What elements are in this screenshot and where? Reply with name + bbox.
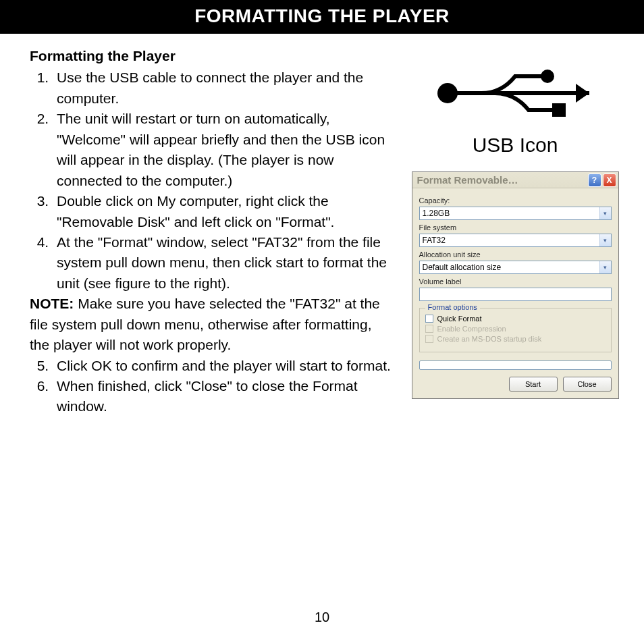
- note-label: NOTE:: [30, 296, 74, 311]
- volume-input[interactable]: [419, 288, 612, 301]
- checkbox-icon: [425, 325, 433, 333]
- svg-point-2: [437, 83, 458, 103]
- chevron-down-icon: ▾: [599, 261, 611, 273]
- quick-format-row[interactable]: Quick Format: [425, 315, 606, 323]
- chevron-down-icon: ▾: [599, 234, 611, 246]
- svg-point-3: [541, 70, 554, 83]
- checkbox-icon: [425, 315, 433, 323]
- instructions-column: Formatting the Player Use the USB cable …: [30, 46, 394, 417]
- note-text: Make sure you have selected the "FAT32" …: [30, 296, 380, 352]
- close-button[interactable]: X: [603, 173, 616, 187]
- checkbox-icon: [425, 335, 433, 343]
- msdos-label: Create an MS-DOS startup disk: [437, 335, 542, 343]
- filesystem-label: File system: [419, 223, 612, 232]
- capacity-label: Capacity:: [419, 196, 612, 205]
- dialog-body: Capacity: 1.28GB ▾ File system FAT32 ▾ A…: [412, 188, 618, 398]
- enable-compression-label: Enable Compression: [437, 325, 506, 333]
- step-2: The unit will restart or turn on automat…: [53, 109, 394, 191]
- section-subheading: Formatting the Player: [30, 46, 394, 66]
- figure-column: USB Icon Format Removable… ? X Capacity:…: [406, 46, 624, 417]
- filesystem-value: FAT32: [420, 236, 599, 245]
- format-dialog: Format Removable… ? X Capacity: 1.28GB ▾…: [412, 171, 619, 399]
- dialog-title: Format Removable…: [417, 174, 587, 186]
- note-paragraph: NOTE: Make sure you have selected the "F…: [30, 294, 394, 355]
- dialog-button-row: Start Close: [419, 377, 612, 392]
- alloc-value: Default allocation size: [420, 263, 599, 272]
- content-row: Formatting the Player Use the USB cable …: [0, 34, 644, 417]
- capacity-value: 1.28GB: [420, 209, 599, 218]
- alloc-label: Allocation unit size: [419, 250, 612, 259]
- volume-label: Volume label: [419, 277, 612, 286]
- alloc-dropdown[interactable]: Default allocation size ▾: [419, 261, 612, 274]
- usb-caption: USB Icon: [421, 134, 610, 157]
- step-list-cont: Click OK to confirm and the player will …: [34, 356, 394, 417]
- start-button[interactable]: Start: [509, 377, 558, 392]
- format-options-group: Format options Quick Format Enable Compr…: [419, 308, 612, 352]
- page-title-bar: FORMATTING THE PLAYER: [0, 0, 644, 34]
- progress-bar: [419, 360, 612, 370]
- svg-rect-4: [552, 103, 566, 117]
- chevron-down-icon: ▾: [599, 207, 611, 219]
- page-number: 10: [0, 610, 644, 625]
- usb-icon: [421, 46, 610, 127]
- step-4: At the "Format" window, select "FAT32" f…: [53, 232, 394, 294]
- step-6: When finished, click "Close" to close th…: [53, 376, 394, 417]
- step-1: Use the USB cable to connect the player …: [53, 68, 394, 109]
- svg-marker-1: [576, 84, 589, 103]
- msdos-row: Create an MS-DOS startup disk: [425, 335, 606, 343]
- step-3: Double click on My computer, right click…: [53, 191, 394, 232]
- step-5: Click OK to confirm and the player will …: [53, 356, 394, 376]
- usb-figure: USB Icon: [421, 46, 610, 171]
- enable-compression-row: Enable Compression: [425, 325, 606, 333]
- dialog-titlebar: Format Removable… ? X: [412, 172, 618, 188]
- filesystem-dropdown[interactable]: FAT32 ▾: [419, 234, 612, 247]
- format-options-legend: Format options: [425, 303, 480, 311]
- close-dialog-button[interactable]: Close: [563, 377, 612, 392]
- step-list: Use the USB cable to connect the player …: [34, 68, 394, 294]
- quick-format-label: Quick Format: [437, 315, 482, 323]
- help-button[interactable]: ?: [588, 173, 601, 187]
- capacity-dropdown[interactable]: 1.28GB ▾: [419, 207, 612, 220]
